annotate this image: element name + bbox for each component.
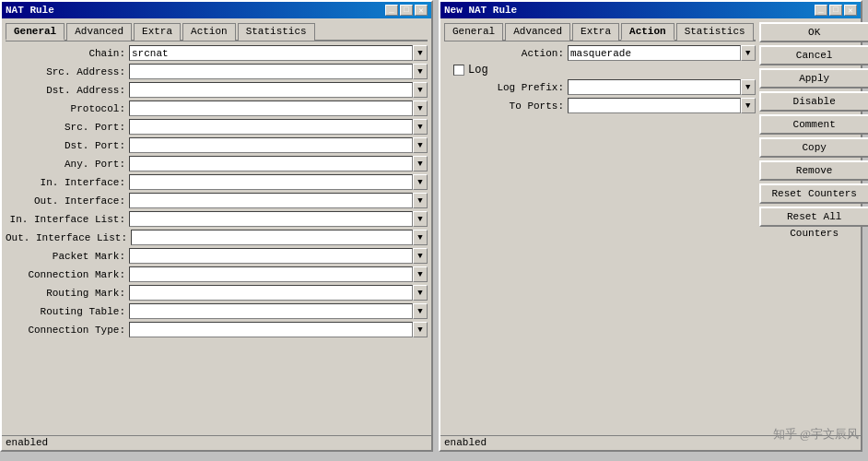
- right-buttons-panel: OK Cancel Apply Disable Comment Copy Rem…: [759, 22, 868, 230]
- routing-table-label: Routing Table:: [6, 306, 125, 317]
- chain-label: Chain:: [6, 48, 125, 59]
- right-minimize-btn[interactable]: _: [815, 5, 827, 16]
- action-label: Action:: [444, 48, 564, 59]
- src-address-input[interactable]: [129, 64, 413, 79]
- in-interface-list-row: In. Interface List: ▼: [6, 211, 428, 227]
- routing-mark-input[interactable]: [129, 285, 413, 301]
- out-interface-list-wrap: ▼: [131, 230, 428, 245]
- right-window-content: General Advanced Extra Action Statistics…: [440, 18, 861, 233]
- protocol-dropdown-btn[interactable]: ▼: [413, 100, 428, 116]
- right-maximize-btn[interactable]: □: [829, 5, 842, 16]
- chain-input[interactable]: [129, 45, 413, 61]
- right-tab-statistics[interactable]: Statistics: [676, 23, 754, 41]
- src-port-dropdown-btn[interactable]: ▼: [413, 119, 428, 135]
- in-interface-input[interactable]: [129, 174, 413, 190]
- any-port-dropdown-btn[interactable]: ▼: [413, 156, 428, 171]
- src-address-row: Src. Address: ▼: [6, 64, 428, 79]
- connection-type-dropdown-btn[interactable]: ▼: [413, 322, 428, 337]
- in-interface-list-label: In. Interface List:: [6, 214, 125, 225]
- in-interface-list-input[interactable]: [129, 211, 413, 227]
- in-interface-row: In. Interface: ▼: [6, 174, 428, 190]
- cancel-button[interactable]: Cancel: [759, 45, 868, 65]
- packet-mark-input[interactable]: [129, 248, 413, 264]
- action-input[interactable]: [568, 45, 741, 61]
- routing-table-dropdown-btn[interactable]: ▼: [413, 303, 428, 319]
- action-dropdown-btn[interactable]: ▼: [741, 45, 756, 61]
- to-ports-label: To Ports:: [444, 100, 564, 112]
- chain-row: Chain: ▼: [6, 45, 428, 61]
- right-tab-extra[interactable]: Extra: [572, 23, 619, 41]
- src-address-dropdown-btn[interactable]: ▼: [413, 64, 428, 79]
- out-interface-dropdown-btn[interactable]: ▼: [413, 193, 428, 208]
- connection-mark-dropdown-btn[interactable]: ▼: [413, 266, 428, 282]
- packet-mark-label: Packet Mark:: [6, 251, 125, 262]
- packet-mark-dropdown-btn[interactable]: ▼: [413, 248, 428, 264]
- dst-port-dropdown-btn[interactable]: ▼: [413, 137, 428, 153]
- protocol-input[interactable]: [129, 100, 413, 116]
- routing-table-input[interactable]: [129, 303, 413, 319]
- left-tab-action[interactable]: Action: [182, 23, 236, 41]
- disable-button[interactable]: Disable: [759, 91, 868, 112]
- in-interface-dropdown-btn[interactable]: ▼: [413, 174, 428, 190]
- src-address-wrap: ▼: [129, 64, 428, 79]
- dst-port-input[interactable]: [129, 137, 413, 153]
- right-titlebar-buttons: _ □ ✕: [815, 5, 857, 16]
- right-tab-action[interactable]: Action: [621, 23, 674, 41]
- left-window-titlebar: NAT Rule _ □ ✕: [2, 2, 431, 18]
- any-port-input[interactable]: [129, 156, 413, 171]
- out-interface-list-dropdown-btn[interactable]: ▼: [413, 230, 428, 245]
- to-ports-input[interactable]: [568, 98, 741, 113]
- left-minimize-btn[interactable]: _: [385, 5, 398, 16]
- left-tab-general[interactable]: General: [6, 23, 65, 41]
- copy-button[interactable]: Copy: [759, 137, 868, 158]
- to-ports-dropdown-btn[interactable]: ▼: [741, 98, 756, 113]
- comment-button[interactable]: Comment: [759, 114, 868, 135]
- right-close-btn[interactable]: ✕: [844, 5, 857, 16]
- chain-input-wrap: ▼: [129, 45, 428, 61]
- dst-address-input[interactable]: [129, 82, 413, 98]
- protocol-label: Protocol:: [6, 103, 125, 114]
- left-status-bar: enabled: [2, 435, 431, 450]
- left-tab-extra[interactable]: Extra: [134, 23, 181, 41]
- remove-button[interactable]: Remove: [759, 160, 868, 181]
- log-prefix-dropdown-btn[interactable]: ▼: [741, 79, 756, 95]
- out-interface-list-label: Out. Interface List:: [6, 232, 127, 243]
- reset-all-counters-button[interactable]: Reset All Counters: [759, 207, 868, 227]
- left-maximize-btn[interactable]: □: [400, 5, 413, 16]
- connection-mark-wrap: ▼: [129, 266, 428, 282]
- to-ports-row: To Ports: ▼: [444, 98, 756, 113]
- left-close-btn[interactable]: ✕: [415, 5, 428, 16]
- routing-mark-dropdown-btn[interactable]: ▼: [413, 285, 428, 301]
- left-titlebar-buttons: _ □ ✕: [385, 5, 428, 16]
- log-checkbox[interactable]: [453, 65, 464, 76]
- right-tab-advanced[interactable]: Advanced: [505, 23, 570, 41]
- dst-address-label: Dst. Address:: [6, 85, 125, 96]
- chain-dropdown-btn[interactable]: ▼: [413, 45, 428, 61]
- right-tab-general[interactable]: General: [444, 23, 503, 41]
- log-prefix-input[interactable]: [568, 79, 741, 95]
- connection-type-row: Connection Type: ▼: [6, 322, 428, 337]
- out-interface-input[interactable]: [129, 193, 413, 208]
- in-interface-list-dropdown-btn[interactable]: ▼: [413, 211, 428, 227]
- connection-mark-input[interactable]: [129, 266, 413, 282]
- left-window-title: NAT Rule: [6, 5, 54, 16]
- left-tab-advanced[interactable]: Advanced: [66, 23, 132, 41]
- out-interface-label: Out. Interface:: [6, 195, 125, 207]
- src-port-row: Src. Port: ▼: [6, 119, 428, 135]
- routing-mark-wrap: ▼: [129, 285, 428, 301]
- connection-mark-row: Connection Mark: ▼: [6, 266, 428, 282]
- right-tab-bar: General Advanced Extra Action Statistics: [444, 22, 756, 41]
- log-prefix-row: Log Prefix: ▼: [444, 79, 756, 95]
- ok-button[interactable]: OK: [759, 22, 868, 42]
- apply-button[interactable]: Apply: [759, 68, 868, 89]
- new-nat-rule-window: New NAT Rule _ □ ✕ General Advanced Extr…: [439, 0, 862, 452]
- out-interface-list-input[interactable]: [131, 230, 413, 245]
- routing-mark-label: Routing Mark:: [6, 288, 125, 299]
- left-tab-statistics[interactable]: Statistics: [238, 23, 315, 41]
- src-port-input[interactable]: [129, 119, 413, 135]
- connection-type-input[interactable]: [129, 322, 413, 337]
- log-checkbox-row: Log: [444, 64, 756, 77]
- dst-address-dropdown-btn[interactable]: ▼: [413, 82, 428, 98]
- reset-counters-button[interactable]: Reset Counters: [759, 183, 868, 204]
- dst-port-label: Dst. Port:: [6, 140, 125, 151]
